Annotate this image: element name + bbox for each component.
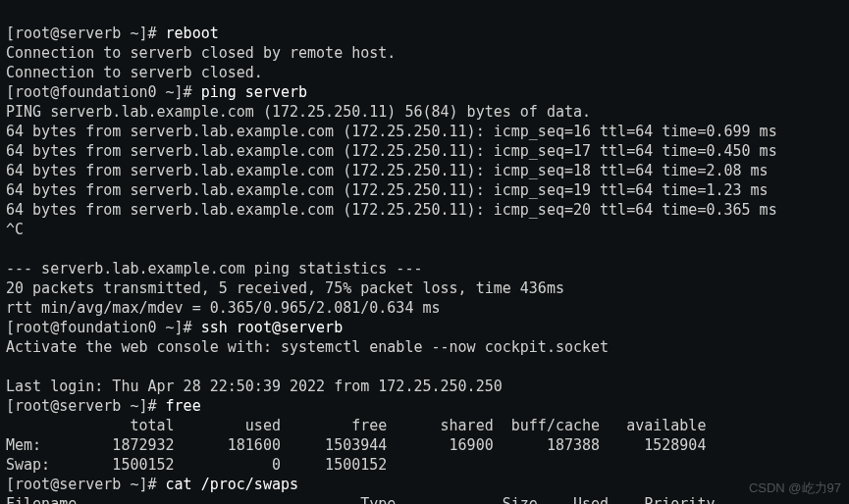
command-cat-swaps: cat /proc/swaps — [166, 476, 298, 493]
free-output: total used free shared buff/cache availa… — [6, 417, 706, 474]
ping-stats-rtt: rtt min/avg/max/mdev = 0.365/0.965/2.081… — [6, 299, 441, 317]
free-swap-row: Swap: 1500152 0 1500152 — [6, 456, 387, 474]
shell-prompt: [root@serverb ~]# — [6, 476, 166, 493]
prompt-line-5: [root@serverb ~]# cat /proc/swaps — [6, 476, 298, 493]
ping-reply: 64 bytes from serverb.lab.example.com (1… — [6, 181, 769, 199]
last-login: Last login: Thu Apr 28 22:50:39 2022 fro… — [6, 378, 503, 395]
shell-prompt: [root@serverb ~]# — [6, 25, 166, 42]
prompt-line-2: [root@foundation0 ~]# ping serverb — [6, 83, 307, 101]
free-mem-row: Mem: 1872932 181600 1503944 16900 187388… — [6, 436, 706, 454]
connection-closed-remote: Connection to serverb closed by remote h… — [6, 44, 396, 62]
motd-line: Activate the web console with: systemctl… — [6, 338, 609, 356]
command-ssh: ssh root@serverb — [201, 319, 344, 336]
ping-header: PING serverb.lab.example.com (172.25.250… — [6, 103, 591, 121]
interrupt-signal: ^C — [6, 221, 24, 238]
ping-stats-packets: 20 packets transmitted, 5 received, 75% … — [6, 279, 564, 297]
connection-closed: Connection to serverb closed. — [6, 64, 263, 81]
ping-reply: 64 bytes from serverb.lab.example.com (1… — [6, 142, 777, 160]
prompt-line-3: [root@foundation0 ~]# ssh root@serverb — [6, 319, 343, 336]
terminal[interactable]: [root@serverb ~]# reboot Connection to s… — [0, 0, 849, 504]
shell-prompt: [root@foundation0 ~]# — [6, 319, 201, 336]
command-free: free — [166, 397, 201, 415]
command-reboot: reboot — [166, 25, 219, 42]
ping-reply: 64 bytes from serverb.lab.example.com (1… — [6, 123, 777, 140]
shell-prompt: [root@serverb ~]# — [6, 397, 166, 415]
shell-prompt: [root@foundation0 ~]# — [6, 83, 201, 101]
swaps-output: Filename Type Size Used Priority /dev/vd… — [6, 495, 715, 504]
ping-reply: 64 bytes from serverb.lab.example.com (1… — [6, 162, 769, 179]
watermark-text: CSDN @屹力97 — [749, 479, 841, 498]
prompt-line-4: [root@serverb ~]# free — [6, 397, 201, 415]
prompt-line-1: [root@serverb ~]# reboot — [6, 25, 219, 42]
ping-stats-header: --- serverb.lab.example.com ping statist… — [6, 260, 422, 277]
ping-reply: 64 bytes from serverb.lab.example.com (1… — [6, 201, 777, 219]
free-header: total used free shared buff/cache availa… — [6, 417, 706, 434]
swaps-header: Filename Type Size Used Priority — [6, 495, 715, 504]
command-ping: ping serverb — [201, 83, 307, 101]
